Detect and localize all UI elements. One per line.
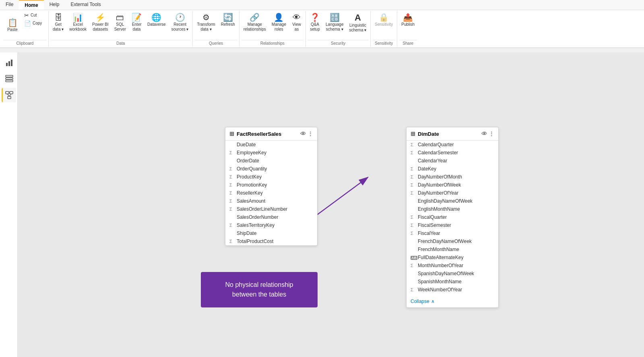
get-data-button[interactable]: 🗄 Getdata ▾ xyxy=(50,12,66,33)
sensitivity-button[interactable]: 🔒 Sensitivity xyxy=(372,12,395,29)
table-row[interactable]: EnglishDayNameOfWeek xyxy=(407,197,498,205)
relationships-label: Relationships xyxy=(241,40,304,47)
svg-rect-5 xyxy=(6,80,13,82)
svg-rect-8 xyxy=(8,96,11,99)
visibility-icon-dim[interactable]: 👁 xyxy=(481,131,487,137)
view-as-button[interactable]: 👁 Viewas xyxy=(289,12,304,33)
table-row[interactable]: OrderDate xyxy=(225,157,317,165)
queries-label: Queries xyxy=(194,40,237,47)
table-row[interactable]: DueDate xyxy=(225,141,317,149)
fact-fields-list: DueDateΣEmployeeKeyOrderDateΣOrderQuanti… xyxy=(225,141,317,245)
table-row[interactable]: FrenchMonthName xyxy=(407,245,498,253)
publish-button[interactable]: 📤 Publish xyxy=(399,12,417,29)
recent-sources-icon: 🕐 xyxy=(175,13,185,21)
linguistic-schema-button[interactable]: A Linguisticschema ▾ xyxy=(347,12,369,34)
table-row[interactable]: SpanishMonthName xyxy=(407,278,498,286)
table-row[interactable]: ΣCalendarSemester xyxy=(407,149,498,157)
more-options-icon-dim[interactable]: ⋮ xyxy=(489,131,494,137)
table-row[interactable]: ShipDate xyxy=(225,229,317,237)
main-canvas: ⊞ FactResellerSales 👁 ⋮ DueDateΣEmployee… xyxy=(18,52,644,357)
manage-roles-button[interactable]: 👤 Manageroles xyxy=(269,12,289,33)
tab-file[interactable]: File xyxy=(0,0,19,10)
sidebar-item-report[interactable] xyxy=(2,56,16,70)
language-schema-button[interactable]: 🔠 Languageschema ▾ xyxy=(323,12,346,33)
table-row[interactable]: FrenchDayNameOfWeek xyxy=(407,237,498,245)
table-title-dim: DimDate xyxy=(418,131,479,137)
paste-icon: 📋 xyxy=(8,19,18,27)
group-data: 🗄 Getdata ▾ 📊 Excelworkbook ⚡ Power BIda… xyxy=(49,11,193,47)
cut-button[interactable]: ✂ Cut xyxy=(23,12,47,19)
manage-roles-icon: 👤 xyxy=(274,13,284,21)
table-row[interactable]: ΣDayNumberOfYear xyxy=(407,189,498,197)
table-row[interactable]: ΣPromotionKey xyxy=(225,181,317,189)
qa-icon: ❓ xyxy=(310,13,320,21)
table-row[interactable]: SpanishDayNameOfWeek xyxy=(407,270,498,278)
more-options-icon-fact[interactable]: ⋮ xyxy=(308,131,313,137)
table-row[interactable]: ΣDateKey xyxy=(407,165,498,173)
paste-button[interactable]: 📋 Paste xyxy=(3,12,22,39)
table-row[interactable]: ΣMonthNumberOfYear xyxy=(407,262,498,270)
tab-help[interactable]: Help xyxy=(44,0,65,10)
dataverse-button[interactable]: 🌐 Dataverse xyxy=(145,12,168,29)
manage-relationships-icon: 🔗 xyxy=(250,13,260,21)
table-row[interactable]: ΣFiscalYear xyxy=(407,229,498,237)
copy-button[interactable]: 📄 Copy xyxy=(23,20,47,27)
powerbi-icon: ⚡ xyxy=(95,13,105,21)
table-row[interactable]: ΣCalendarQuarter xyxy=(407,141,498,149)
table-row[interactable]: EnglishMonthName xyxy=(407,205,498,213)
group-clipboard: 📋 Paste ✂ Cut 📄 Copy Clipboard xyxy=(2,11,49,47)
copy-icon: 📄 xyxy=(24,21,31,26)
sql-server-button[interactable]: 🗃 SQLServer xyxy=(112,12,128,33)
sidebar-item-data[interactable] xyxy=(2,72,16,86)
table-header-dim: ⊞ DimDate 👁 ⋮ xyxy=(407,127,498,141)
refresh-button[interactable]: 🔄 Refresh xyxy=(219,12,237,29)
table-row[interactable]: SalesOrderNumber xyxy=(225,213,317,221)
table-row[interactable]: ΣSalesAmount xyxy=(225,197,317,205)
recent-sources-button[interactable]: 🕐 Recentsources ▾ xyxy=(169,12,191,33)
table-row[interactable]: ΣSalesOrderLineNumber xyxy=(225,205,317,213)
excel-workbook-button[interactable]: 📊 Excelworkbook xyxy=(67,12,89,33)
visibility-icon-fact[interactable]: 👁 xyxy=(300,131,306,137)
tab-external-tools[interactable]: External Tools xyxy=(65,0,106,10)
linguistic-icon: A xyxy=(355,13,361,22)
svg-rect-0 xyxy=(6,63,8,66)
chevron-up-icon: ∧ xyxy=(431,299,435,304)
table-row[interactable]: ΣDayNumberOfWeek xyxy=(407,181,498,189)
svg-line-10 xyxy=(9,94,11,96)
relationship-arrow xyxy=(18,52,644,357)
language-icon: 🔠 xyxy=(330,13,340,21)
table-row[interactable]: ABFullDateAlternateKey xyxy=(407,253,498,262)
tab-home[interactable]: Home xyxy=(19,0,43,10)
cut-icon: ✂ xyxy=(24,12,29,18)
enter-data-icon: 📝 xyxy=(132,13,142,21)
power-bi-datasets-button[interactable]: ⚡ Power BIdatasets xyxy=(90,12,111,33)
table-row[interactable]: ΣProductKey xyxy=(225,173,317,181)
qa-setup-button[interactable]: ❓ Q&Asetup xyxy=(308,12,322,33)
table-row[interactable]: ΣEmployeeKey xyxy=(225,149,317,157)
table-row[interactable]: ΣSalesTerritoryKey xyxy=(225,221,317,229)
table-row[interactable]: ΣFiscalQuarter xyxy=(407,213,498,221)
sidebar-item-model[interactable] xyxy=(2,88,16,102)
qa-label: Security xyxy=(308,40,369,47)
collapse-button[interactable]: Collapse ∧ xyxy=(407,295,498,307)
excel-icon: 📊 xyxy=(73,13,83,21)
group-relationships: 🔗 Managerelationships 👤 Manageroles 👁 Vi… xyxy=(239,11,306,47)
table-row[interactable]: ΣFiscalSemester xyxy=(407,221,498,229)
table-row[interactable]: ΣTotalProductCost xyxy=(225,237,317,245)
transform-data-button[interactable]: ⚙ Transformdata ▾ xyxy=(194,12,217,33)
clipboard-label: Clipboard xyxy=(3,40,47,47)
table-row[interactable]: ΣDayNumberOfMonth xyxy=(407,173,498,181)
ribbon-content: 📋 Paste ✂ Cut 📄 Copy Clipboard xyxy=(0,10,644,48)
svg-rect-1 xyxy=(8,61,10,66)
table-row[interactable]: ΣOrderQuantity xyxy=(225,165,317,173)
no-relationship-tooltip: No physical relationshipbetween the tabl… xyxy=(201,272,318,307)
manage-relationships-button[interactable]: 🔗 Managerelationships xyxy=(241,12,268,33)
sensitivity-icon: 🔒 xyxy=(379,13,389,21)
svg-rect-2 xyxy=(11,60,12,66)
table-row[interactable]: ΣWeekNumberOfYear xyxy=(407,286,498,294)
svg-rect-3 xyxy=(6,75,13,77)
table-row[interactable]: CalendarYear xyxy=(407,157,498,165)
sensitivity-label: Sensitivity xyxy=(372,40,395,47)
enter-data-button[interactable]: 📝 Enterdata xyxy=(129,12,144,33)
table-row[interactable]: ΣResellerKey xyxy=(225,189,317,197)
